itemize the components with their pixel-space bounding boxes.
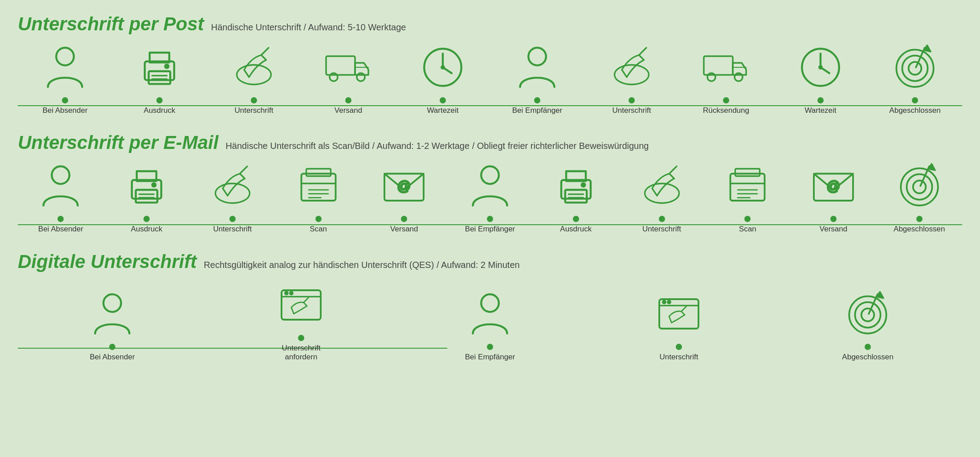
svg-point-56 bbox=[581, 183, 585, 187]
svg-point-27 bbox=[819, 66, 822, 69]
svg-rect-59 bbox=[731, 174, 765, 201]
digital-sign-icon-1 bbox=[277, 280, 326, 329]
dot-email-9 bbox=[744, 216, 751, 222]
step-email-9: Scan bbox=[705, 161, 791, 234]
label-post-8: Rücksendung bbox=[703, 106, 749, 115]
section-post: Unterschrift per Post Händische Untersch… bbox=[18, 13, 962, 119]
svg-line-83 bbox=[682, 307, 686, 312]
svg-rect-3 bbox=[149, 71, 170, 84]
dot-post-2 bbox=[156, 97, 163, 103]
label-email-4: Scan bbox=[310, 225, 327, 234]
clock-icon-1 bbox=[418, 43, 467, 92]
label-post-10: Abgeschlossen bbox=[889, 106, 940, 115]
svg-point-72 bbox=[103, 294, 121, 312]
email-icon-2: @ bbox=[809, 161, 858, 210]
dot-email-10 bbox=[830, 216, 837, 222]
step-email-2: Ausdruck bbox=[104, 161, 190, 234]
label-email-7: Ausdruck bbox=[560, 225, 592, 234]
dot-post-5 bbox=[440, 97, 446, 103]
dot-email-6 bbox=[487, 216, 493, 222]
label-post-5: Wartezeit bbox=[427, 106, 458, 115]
process-row-post: Bei Absender Ausdruck bbox=[18, 43, 962, 119]
svg-text:@: @ bbox=[397, 178, 411, 194]
dot-digital-1 bbox=[109, 344, 115, 350]
svg-point-78 bbox=[481, 294, 499, 312]
svg-marker-32 bbox=[924, 45, 931, 52]
dot-digital-4 bbox=[676, 344, 682, 350]
dot-email-3 bbox=[229, 216, 236, 222]
dot-post-1 bbox=[62, 97, 68, 103]
clock-icon-2 bbox=[796, 43, 845, 92]
svg-point-85 bbox=[855, 302, 880, 328]
label-email-5: Versand bbox=[390, 225, 418, 234]
truck-icon-2 bbox=[702, 43, 751, 92]
svg-rect-43 bbox=[306, 169, 331, 177]
target-icon-1 bbox=[890, 43, 939, 92]
step-email-3: Unterschrift bbox=[189, 161, 275, 234]
dot-email-8 bbox=[659, 216, 665, 222]
dot-email-11 bbox=[916, 216, 923, 222]
section-digital-header: Digitale Unterschrift Rechtsgültigkeit a… bbox=[18, 251, 962, 272]
step-post-2: Ausdruck bbox=[112, 43, 207, 115]
printer-icon-1 bbox=[135, 43, 184, 92]
step-digital-4: Unterschrift bbox=[584, 289, 773, 362]
truck-icon-1 bbox=[324, 43, 373, 92]
label-digital-2: Unterschrift anfordern bbox=[282, 344, 321, 362]
dot-email-4 bbox=[315, 216, 322, 222]
svg-line-58 bbox=[669, 166, 677, 174]
step-email-11: Abgeschlossen bbox=[876, 161, 962, 234]
svg-point-57 bbox=[645, 184, 679, 203]
svg-point-16 bbox=[441, 66, 445, 69]
process-row-digital: Bei Absender Unte bbox=[18, 280, 962, 362]
svg-point-7 bbox=[237, 65, 271, 85]
step-email-8: Unterschrift bbox=[619, 161, 705, 234]
dot-post-6 bbox=[534, 97, 540, 103]
label-post-9: Wartezeit bbox=[804, 106, 836, 115]
svg-line-19 bbox=[639, 48, 647, 55]
svg-point-82 bbox=[668, 301, 671, 304]
process-steps-digital: Bei Absender Unte bbox=[18, 280, 962, 362]
dot-email-2 bbox=[143, 216, 150, 222]
svg-point-50 bbox=[481, 166, 499, 184]
step-post-7: Unterschrift bbox=[584, 43, 679, 115]
svg-point-69 bbox=[913, 181, 926, 194]
label-post-4: Versand bbox=[335, 106, 362, 115]
label-post-2: Ausdruck bbox=[144, 106, 176, 115]
process-row-email: Bei Absender Ausdruck bbox=[18, 161, 962, 238]
svg-line-8 bbox=[261, 48, 269, 55]
section-email-title: Unterschrift per E-Mail bbox=[18, 132, 218, 153]
svg-point-39 bbox=[152, 183, 156, 187]
svg-point-18 bbox=[615, 65, 649, 85]
label-email-11: Abgeschlossen bbox=[894, 225, 945, 234]
svg-point-33 bbox=[52, 166, 70, 184]
step-email-4: Scan bbox=[275, 161, 361, 234]
step-email-5: @ Versand bbox=[361, 161, 447, 234]
sign-icon-1 bbox=[229, 43, 278, 92]
target-icon-2 bbox=[895, 161, 944, 210]
svg-line-77 bbox=[304, 297, 309, 302]
dot-post-3 bbox=[251, 97, 257, 103]
label-post-7: Unterschrift bbox=[612, 106, 651, 115]
svg-rect-53 bbox=[565, 190, 587, 203]
person-icon-3 bbox=[36, 161, 85, 210]
step-digital-2: Unterschrift anfordern bbox=[207, 280, 396, 362]
svg-rect-9 bbox=[326, 56, 355, 75]
svg-point-81 bbox=[663, 301, 666, 304]
label-digital-5: Abgeschlossen bbox=[842, 353, 893, 362]
label-email-10: Versand bbox=[820, 225, 847, 234]
scanner-icon-2 bbox=[723, 161, 772, 210]
step-post-3: Unterschrift bbox=[207, 43, 301, 115]
sign-icon-2 bbox=[607, 43, 656, 92]
email-icon-1: @ bbox=[380, 161, 429, 210]
label-email-3: Unterschrift bbox=[213, 225, 252, 234]
dot-digital-5 bbox=[865, 344, 871, 350]
person-icon-2 bbox=[513, 43, 562, 92]
section-email-subtitle: Händische Unterschrift als Scan/Bild / A… bbox=[225, 141, 649, 151]
section-post-header: Unterschrift per Post Händische Untersch… bbox=[18, 13, 962, 35]
svg-point-6 bbox=[165, 64, 169, 68]
dot-digital-3 bbox=[487, 344, 493, 350]
label-digital-1: Bei Absender bbox=[90, 353, 135, 362]
svg-rect-36 bbox=[136, 190, 157, 203]
label-post-3: Unterschrift bbox=[235, 106, 274, 115]
step-post-4: Versand bbox=[301, 43, 396, 115]
